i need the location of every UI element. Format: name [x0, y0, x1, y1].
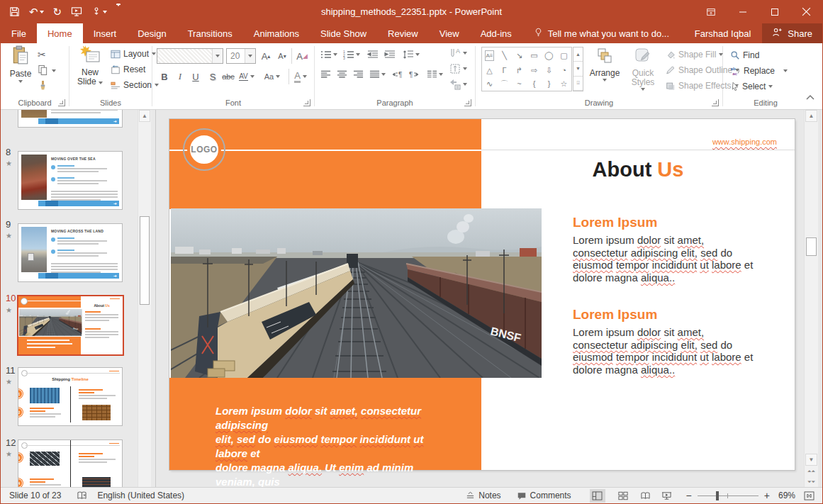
right-arrow-shape-icon[interactable]: ⇨: [527, 64, 542, 77]
redo-icon[interactable]: ↻: [53, 6, 62, 17]
align-center-icon[interactable]: [337, 69, 347, 79]
tab-review[interactable]: Review: [377, 23, 429, 43]
scrollbar-thumb[interactable]: [806, 237, 817, 256]
copy-dropdown[interactable]: [52, 69, 56, 72]
font-dialog-launcher[interactable]: [303, 99, 310, 106]
slide-sorter-view-icon[interactable]: [615, 489, 631, 503]
align-right-icon[interactable]: [353, 69, 364, 79]
previous-slide-icon[interactable]: ⏶⏶: [805, 466, 817, 476]
font-color-button[interactable]: A: [293, 69, 308, 84]
character-spacing-button[interactable]: AV: [239, 69, 254, 84]
drawing-dialog-launcher[interactable]: [712, 99, 719, 106]
right-brace-shape-icon[interactable]: }: [542, 77, 556, 91]
canvas-scrollbar[interactable]: ▲ ▼ ⏶⏶ ⏷⏷: [804, 110, 818, 488]
scrollbar-thumb[interactable]: [140, 216, 150, 305]
railyard-photo[interactable]: [171, 208, 542, 378]
slide-thumbnail-7[interactable]: ➜: [18, 110, 123, 128]
bullets-icon[interactable]: [320, 50, 337, 60]
gallery-more-icon[interactable]: ⍗: [573, 77, 583, 91]
align-left-icon[interactable]: [320, 69, 331, 79]
language-indicator[interactable]: English (United States): [97, 491, 184, 500]
line-spacing-icon[interactable]: [403, 50, 420, 60]
slide-title[interactable]: About Us: [481, 158, 795, 181]
zoom-slider[interactable]: [698, 495, 758, 496]
zoom-slider-thumb[interactable]: [716, 491, 719, 500]
text-shadow-button[interactable]: S: [205, 69, 220, 84]
arrow-shape-icon[interactable]: ↘: [512, 47, 527, 64]
decrease-font-size-icon[interactable]: A▾: [274, 48, 290, 64]
slide-show-view-icon[interactable]: [659, 489, 675, 503]
replace-button[interactable]: abac Replace: [730, 66, 788, 76]
website-link[interactable]: www.shipping.com: [712, 138, 777, 146]
underline-button[interactable]: U: [188, 69, 203, 84]
about-section-2[interactable]: Lorem Ipsum Lorem ipsum dolor sit amet, …: [573, 307, 780, 376]
layout-button[interactable]: Layout: [111, 49, 156, 59]
slide-thumbnail-12[interactable]: 03 04: [18, 439, 123, 487]
font-name-combo[interactable]: [157, 48, 223, 64]
shapes-gallery[interactable]: A≡ ╲ ↘ ▭ ◯ ▢ △ Γ ↱ ⇨ ⇩ ◔ ∿ ⌒ ~ { } ☆: [481, 47, 572, 91]
slide-thumbnail-11[interactable]: Shipping Timeline 01 02: [18, 367, 123, 426]
decrease-indent-icon[interactable]: [367, 50, 379, 60]
clear-formatting-icon[interactable]: A◢: [294, 48, 310, 64]
pie-shape-icon[interactable]: ◔: [556, 64, 571, 77]
scroll-down-icon[interactable]: ▼: [805, 454, 817, 466]
paragraph-dialog-launcher[interactable]: [464, 99, 471, 106]
share-button[interactable]: Share: [762, 23, 822, 43]
gallery-up-icon[interactable]: ▲: [573, 47, 583, 62]
scroll-up-icon[interactable]: ▲: [139, 110, 150, 122]
triangle-shape-icon[interactable]: △: [482, 64, 497, 77]
slide-thumbnail-8[interactable]: MOVING OVER THE SEA ➜: [18, 151, 123, 210]
star-shape-icon[interactable]: ☆: [556, 77, 571, 91]
curve-shape-icon[interactable]: ~: [512, 77, 527, 91]
slide-divider-line[interactable]: [481, 150, 795, 150]
zoom-in-button[interactable]: +: [764, 490, 770, 501]
scroll-up-icon[interactable]: ▲: [805, 110, 817, 122]
collapse-ribbon-icon[interactable]: [805, 91, 815, 103]
fit-slide-to-window-icon[interactable]: [801, 489, 817, 503]
select-button[interactable]: Select: [730, 82, 773, 91]
change-case-button[interactable]: Aa: [264, 69, 280, 84]
customize-quick-access-toolbar-icon[interactable]: [116, 4, 121, 19]
normal-view-icon[interactable]: [590, 489, 605, 503]
arc-shape-icon[interactable]: ⌒: [497, 77, 512, 91]
zoom-level[interactable]: 69%: [778, 491, 795, 500]
slide-thumbnail-9[interactable]: MOVING ACROSS THE LAND ➜: [18, 223, 123, 282]
increase-indent-icon[interactable]: [384, 50, 396, 60]
convert-smartart-icon[interactable]: [449, 79, 467, 90]
arrange-button[interactable]: Arrange: [588, 45, 622, 103]
down-arrow-shape-icon[interactable]: ⇩: [542, 64, 556, 77]
numbering-icon[interactable]: 123: [343, 50, 360, 60]
format-painter-icon[interactable]: [38, 80, 48, 91]
maximize-icon[interactable]: [758, 0, 790, 23]
thumbnail-panel-scrollbar[interactable]: ▲: [138, 110, 151, 487]
rtl-text-direction-icon[interactable]: ¶: [408, 69, 420, 79]
elbow-arrow-connector-icon[interactable]: ↱: [512, 64, 527, 77]
rounded-rectangle-shape-icon[interactable]: ▢: [556, 47, 571, 64]
line-shape-icon[interactable]: ╲: [497, 47, 512, 64]
minimize-icon[interactable]: [727, 0, 758, 23]
about-section-1[interactable]: Lorem Ipsum Lorem ipsum dolor sit amet, …: [573, 215, 780, 284]
tab-animations[interactable]: Animations: [243, 23, 310, 43]
tab-transitions[interactable]: Transitions: [177, 23, 243, 43]
cut-icon[interactable]: ✂: [38, 49, 46, 60]
oval-shape-icon[interactable]: ◯: [542, 47, 556, 64]
copy-icon[interactable]: [38, 65, 48, 75]
slide-thumbnail-10-selected[interactable]: About Us: [17, 295, 124, 356]
left-brace-shape-icon[interactable]: {: [527, 77, 542, 91]
bold-button[interactable]: B: [157, 69, 172, 84]
text-direction-icon[interactable]: A: [449, 47, 467, 59]
save-icon[interactable]: [9, 6, 20, 17]
strikethrough-button[interactable]: abc: [220, 69, 236, 84]
close-icon[interactable]: [790, 0, 822, 23]
tell-me-box[interactable]: Tell me what you want to do...: [534, 23, 669, 43]
scribble-shape-icon[interactable]: ∿: [482, 77, 497, 91]
tab-add-ins[interactable]: Add-ins: [470, 23, 522, 43]
proofing-icon[interactable]: [77, 491, 87, 500]
text-box-shape-icon[interactable]: A≡: [485, 50, 494, 61]
tab-view[interactable]: View: [429, 23, 470, 43]
touch-mouse-mode-icon[interactable]: [91, 6, 107, 17]
next-slide-icon[interactable]: ⏷⏷: [805, 477, 817, 487]
reading-view-icon[interactable]: [638, 489, 654, 503]
justify-icon[interactable]: [369, 69, 386, 79]
align-text-icon[interactable]: [449, 63, 467, 74]
